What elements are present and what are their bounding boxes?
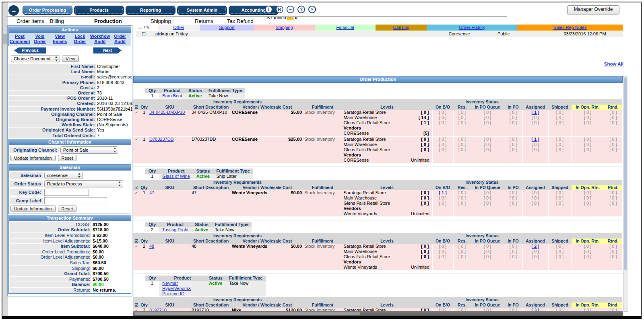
camp-label-input[interactable] (44, 197, 107, 204)
left-scroll-thumb[interactable] (3, 34, 7, 44)
sku-link[interactable]: 8192710 (149, 308, 167, 311)
status-cell: [ 0 ] (453, 115, 471, 120)
previous-order-button[interactable]: Previous (14, 47, 46, 53)
vertical-scroll-thumb[interactable] (624, 77, 627, 270)
choose-document-select[interactable]: Choose Document... (11, 55, 60, 62)
status-cell: [ 0 ] (572, 308, 604, 311)
item-selected-check[interactable]: ✓ (133, 136, 140, 163)
col-vendor-wholesale-cost: Vendor / Wholesale Cost (231, 239, 303, 244)
product-link[interactable]: Neymar HyperVenomX Proximo IC (162, 281, 191, 296)
level-qty: [ 0 ] (410, 136, 432, 142)
salesman-reset-button[interactable]: Reset (58, 206, 77, 212)
status-cell (432, 211, 453, 216)
sku-link[interactable]: D703237DD (149, 137, 174, 142)
comment-tab-link[interactable]: Other (173, 25, 184, 30)
key-code-input[interactable] (44, 189, 89, 196)
select-all-items-checkbox[interactable]: ☑ (133, 302, 140, 308)
comment-tab-link[interactable]: Sales Rep Notes (553, 25, 587, 30)
sub-tab-billing[interactable]: Billing (50, 18, 64, 24)
sub-tab-order-items[interactable]: Order Items (17, 18, 44, 24)
status-cell: [ 0 ] (604, 249, 622, 254)
item-selected-check[interactable]: ✓ (133, 308, 140, 311)
inventory-status-link[interactable]: [ 2 ] (531, 244, 539, 249)
channel-reset-button[interactable]: Reset (58, 155, 77, 161)
comment-tab-link[interactable]: Order History (459, 25, 485, 30)
top-tab-products[interactable]: Products (74, 6, 124, 15)
status-cell: [ 0 ] (453, 110, 471, 115)
salesman-select[interactable]: coresense (44, 172, 83, 179)
item-selected-check[interactable]: ✓ (133, 244, 140, 270)
status-cell: [ 0 ] (471, 195, 504, 201)
action-link-void-order[interactable]: Void Order (30, 34, 50, 44)
product-link[interactable]: Tasting Flight (162, 227, 188, 232)
channel-update-button[interactable]: Update Information (10, 155, 56, 161)
inventory-status-link[interactable]: [ 3 ] (531, 308, 539, 311)
select-all-checkbox[interactable]: ☐ (138, 25, 142, 30)
comment-tab-link[interactable]: Shipping (276, 25, 293, 30)
refresh-icon[interactable]: R (276, 6, 283, 13)
manager-override-button[interactable]: Manager Override (567, 5, 619, 14)
status-cell (522, 158, 548, 163)
comment-tab-link[interactable]: Financial (336, 25, 354, 30)
comment-edit-icon[interactable]: ✎ (146, 25, 150, 30)
close-icon[interactable]: × (308, 6, 316, 13)
minimize-icon[interactable]: – (287, 6, 294, 13)
order-status-select[interactable]: Ready to Process (44, 180, 123, 187)
status-cell: [ 0 ] (548, 142, 572, 147)
status-cell (432, 125, 453, 131)
product-col-header: Status (192, 222, 212, 227)
detail-label: Cust #: (8, 85, 96, 90)
action-link-order-audit[interactable]: Order Audit (110, 34, 130, 44)
comment-tab-link[interactable]: Support (219, 25, 235, 30)
horizontal-scroll-thumb[interactable] (134, 312, 360, 315)
sub-tab-tax-refund[interactable]: Tax Refund (227, 18, 254, 24)
action-link-lock-order[interactable]: Lock Order (70, 34, 90, 44)
item-selected-check[interactable]: ✓ (133, 190, 140, 216)
inventory-status-link[interactable]: [ 1 ] (531, 137, 539, 142)
sku-link[interactable]: 47 (149, 190, 154, 195)
comment-checkbox[interactable]: ☐ (142, 31, 146, 37)
summary-label: Order Subtotal: (10, 227, 91, 232)
show-all-link[interactable]: Show All (593, 62, 623, 66)
summary-value: $700.50 (91, 271, 109, 276)
detail-label: Originated As Send Sale: (8, 128, 96, 132)
action-link-workflow-audit[interactable]: Workflow Audit (90, 34, 110, 44)
col-sku: SKU (149, 185, 191, 190)
inventory-status-link[interactable]: [ 1 ] (531, 110, 539, 115)
inventory-status-link[interactable]: [ 1 ] (439, 190, 447, 195)
action-link-view-emails[interactable]: View Emails (50, 34, 70, 44)
production-horizontal-scrollbar[interactable] (133, 311, 623, 316)
sub-tab-returns[interactable]: Returns (195, 18, 213, 24)
status-cell: [ 0 ] (471, 136, 504, 142)
comment-tab-link[interactable]: Call Log (393, 25, 409, 30)
select-all-items-checkbox[interactable]: ☑ (133, 105, 140, 110)
action-link-post-comment[interactable]: Post Comment (10, 34, 30, 44)
top-tab-system-admin[interactable]: System Admin (177, 6, 227, 15)
select-all-items-checkbox[interactable]: ☑ (133, 239, 140, 244)
product-summary-table: QtyProductStatusFulfillment Type1Glass o… (145, 169, 253, 179)
status-cell: [ 0 ] (504, 201, 522, 206)
top-tab-order-processing[interactable]: Order Processing (23, 6, 72, 15)
product-status: Active (206, 281, 226, 296)
product-link[interactable]: Born Boot (162, 93, 182, 98)
status-cell (471, 152, 504, 158)
sku-link[interactable]: 48 (149, 244, 154, 249)
salesman-update-button[interactable]: Update Information (10, 206, 56, 212)
production-vertical-scrollbar[interactable] (623, 76, 628, 312)
item-selected-check[interactable]: ✓ (133, 110, 140, 136)
product-link[interactable]: Glass of Wine (162, 174, 190, 179)
view-document-button[interactable]: View (62, 56, 79, 62)
top-tab-reporting[interactable]: Reporting (126, 6, 175, 15)
info-icon[interactable]: i (265, 6, 272, 13)
level-qty: [ 14 ] (410, 115, 432, 120)
sub-tab-shipping[interactable]: Shipping (151, 18, 171, 24)
next-order-button[interactable]: Next (93, 47, 122, 53)
status-cell: [ 1 ] (522, 136, 548, 142)
sku-link[interactable]: 34-0425-DMXP10 (149, 110, 185, 115)
help-icon[interactable]: ? (297, 6, 305, 13)
sub-tab-production[interactable]: Production (94, 18, 122, 24)
select-all-items-checkbox[interactable]: ☑ (133, 185, 140, 190)
detail-value-link[interactable]: 2 (97, 85, 99, 90)
status-cell (548, 259, 572, 265)
originating-channel-select[interactable]: Point of Sale (60, 146, 118, 154)
